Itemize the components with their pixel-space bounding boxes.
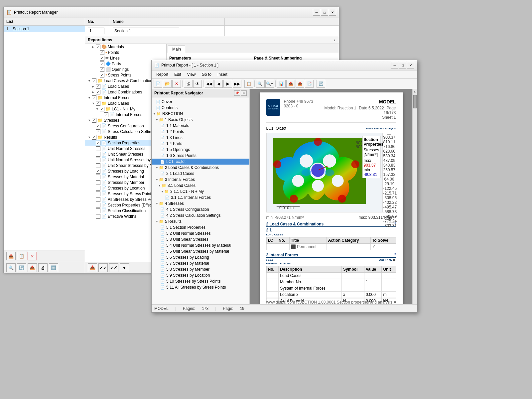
cb-results[interactable] bbox=[92, 135, 96, 140]
nav-lc1-oxtot[interactable]: 📄 LC1: ox,tot bbox=[152, 159, 249, 165]
rt-new-btn[interactable]: 📄 bbox=[154, 80, 162, 88]
nav-41-stress-config[interactable]: 📄 4.1 Stress Configuration bbox=[152, 206, 249, 212]
nav-4-stresses[interactable]: ▼ 📁 4 Stresses bbox=[152, 200, 249, 206]
cb-section-props[interactable] bbox=[96, 141, 100, 145]
nav-59[interactable]: 📄 5.9 Stresses by Location bbox=[152, 272, 249, 278]
add-row-button[interactable]: 📥 bbox=[6, 252, 16, 260]
nav-close-btn[interactable]: ✕ bbox=[241, 90, 247, 96]
rt-open-btn[interactable]: 📂 bbox=[163, 80, 172, 88]
cb-internal-forces[interactable] bbox=[92, 95, 96, 100]
menu-view[interactable]: View bbox=[185, 71, 199, 78]
tab-main[interactable]: Main bbox=[168, 45, 185, 53]
delete-button[interactable]: ✕ bbox=[28, 252, 37, 260]
nav-55[interactable]: 📄 5.5 Unit Shear Stresses by Material bbox=[152, 248, 249, 254]
right-add-button[interactable]: 📥 bbox=[88, 263, 97, 272]
arrow-load-combinations[interactable]: ▶ bbox=[92, 90, 96, 94]
cb-stresses[interactable] bbox=[92, 118, 96, 123]
cb-effective-widths[interactable] bbox=[96, 214, 100, 219]
close-button[interactable]: ✕ bbox=[329, 9, 336, 16]
cb-load-cases-combinations[interactable] bbox=[92, 78, 96, 83]
cb-stresses-stress-pts[interactable] bbox=[96, 192, 100, 196]
arrow-lc1[interactable]: ▼ bbox=[96, 107, 100, 111]
cb-lc1-if[interactable] bbox=[104, 112, 108, 117]
cb-load-cases[interactable] bbox=[96, 84, 100, 89]
report-close-btn[interactable]: ✕ bbox=[407, 62, 414, 68]
cb-stress-calc[interactable] bbox=[96, 129, 100, 134]
print-button[interactable]: 🖨 bbox=[38, 263, 48, 272]
report-minimize-btn[interactable]: ─ bbox=[391, 62, 398, 68]
rt-export1-btn[interactable]: 📊 bbox=[277, 80, 286, 88]
nav-2-load-cases[interactable]: ▼ 📁 2 Load Cases & Combinations bbox=[152, 165, 249, 171]
maximize-button[interactable]: □ bbox=[321, 9, 328, 16]
nav-511[interactable]: 📄 5.11 All Stresses by Stress Points bbox=[152, 284, 249, 290]
nav-15-openings[interactable]: 📄 1.5 Openings bbox=[152, 147, 249, 153]
rt-last-btn[interactable]: ▶▶ bbox=[233, 80, 241, 88]
arrow-load-cases-combinations[interactable]: ▼ bbox=[88, 79, 92, 82]
cb-section-props-eff[interactable] bbox=[96, 203, 100, 207]
rt-export2-btn[interactable]: 📤 bbox=[286, 80, 295, 88]
cb-parts[interactable] bbox=[100, 62, 104, 66]
arrow-materials[interactable]: ▶ bbox=[92, 45, 96, 49]
right-check-button[interactable]: ✔✔ bbox=[98, 263, 108, 272]
abc-button[interactable]: 🔤 bbox=[49, 263, 58, 272]
nav-5-results[interactable]: ▼ 📁 5 Results bbox=[152, 218, 249, 224]
cb-lc1[interactable] bbox=[100, 107, 104, 111]
cb-load-combinations[interactable] bbox=[96, 90, 100, 94]
export-button[interactable]: 📤 bbox=[28, 263, 37, 272]
report-scrollbar[interactable]: ▲ ▼ bbox=[412, 89, 417, 311]
nav-311-lc1[interactable]: ▼ 📁 3.1.1 LC1 - N + My bbox=[152, 189, 249, 195]
no-input[interactable] bbox=[88, 28, 104, 34]
rt-export4-btn[interactable]: 📑 bbox=[305, 80, 314, 88]
nav-16-stress-pts[interactable]: 📄 1.6 Stress Points bbox=[152, 153, 249, 159]
cb-unit-normal-by[interactable] bbox=[96, 158, 100, 162]
report-maximize-btn[interactable]: □ bbox=[399, 62, 406, 68]
cb-stress-config[interactable] bbox=[96, 124, 100, 128]
rt-print-prev-btn[interactable]: 👁 bbox=[193, 80, 202, 88]
nav-3111-if[interactable]: 📄 3.1.1.1 Internal Forces bbox=[152, 195, 249, 200]
menu-goto[interactable]: Go to bbox=[199, 71, 214, 78]
rt-refresh-btn[interactable]: 🔄 bbox=[317, 80, 325, 88]
nav-58[interactable]: 📄 5.8 Stresses by Member bbox=[152, 266, 249, 272]
nav-13-lines[interactable]: 📄 1.3 Lines bbox=[152, 135, 249, 141]
name-input[interactable] bbox=[113, 28, 179, 34]
nav-56[interactable]: 📄 5.6 Stresses by Loading bbox=[152, 254, 249, 260]
minimize-button[interactable]: ─ bbox=[313, 9, 320, 16]
rt-copy-btn[interactable]: 📋 bbox=[244, 80, 253, 88]
search-button[interactable]: 🔍 bbox=[6, 263, 16, 272]
cb-stresses-member[interactable] bbox=[96, 180, 100, 185]
duplicate-button[interactable]: 📋 bbox=[17, 252, 26, 260]
cb-unit-shear-by[interactable] bbox=[96, 163, 100, 168]
rt-close-btn[interactable]: ✕ bbox=[172, 80, 181, 88]
cb-lines[interactable] bbox=[100, 56, 104, 61]
nav-contents[interactable]: 📄 Contents bbox=[152, 105, 249, 111]
refresh-button[interactable]: 🔄 bbox=[17, 263, 26, 272]
nav-53-unit-shear[interactable]: 📄 5.3 Unit Shear Stresses bbox=[152, 236, 249, 242]
nav-12-points[interactable]: 📄 1.2 Points bbox=[152, 129, 249, 135]
scroll-up-arrow[interactable]: ▲ bbox=[413, 89, 417, 94]
arrow-internal-forces[interactable]: ▼ bbox=[88, 96, 92, 99]
cb-stress-points[interactable] bbox=[100, 73, 104, 77]
nav-11-materials[interactable]: 📄 1.1 Materials bbox=[152, 123, 249, 129]
nav-510[interactable]: 📄 5.10 Stresses by Stress Points bbox=[152, 278, 249, 284]
nav-21-load-cases[interactable]: 📄 2.1 Load Cases bbox=[152, 171, 249, 177]
tree-item-points[interactable]: • Points bbox=[85, 50, 166, 55]
nav-pin-btn[interactable]: 📌 bbox=[234, 90, 240, 96]
cb-stresses-material[interactable] bbox=[96, 175, 100, 179]
arrow-stresses[interactable]: ▼ bbox=[88, 119, 92, 122]
nav-52-unit-normal[interactable]: 📄 5.2 Unit Normal Stresses bbox=[152, 230, 249, 236]
cb-stresses-loading[interactable] bbox=[96, 169, 100, 174]
nav-51-section-props[interactable]: 📄 5.1 Section Properties bbox=[152, 224, 249, 230]
rt-export3-btn[interactable]: 📤 bbox=[296, 80, 304, 88]
nav-rsection[interactable]: ▼ 📁 RSECTION bbox=[152, 111, 249, 117]
cb-section-classification[interactable] bbox=[96, 208, 100, 213]
arrow-load-cases[interactable]: ▶ bbox=[92, 85, 96, 88]
rt-next-btn[interactable]: ▶ bbox=[223, 80, 232, 88]
cb-unit-shear[interactable] bbox=[96, 152, 100, 157]
menu-insert[interactable]: Insert bbox=[215, 71, 230, 78]
nav-3-internal[interactable]: ▼ 📁 3 Internal Forces bbox=[152, 177, 249, 183]
right-filter-button[interactable]: ▼ bbox=[120, 263, 129, 272]
nav-31-load-cases[interactable]: ▼ 📁 3.1 Load Cases bbox=[152, 183, 249, 189]
nav-57[interactable]: 📄 5.7 Stresses by Material bbox=[152, 260, 249, 266]
nav-14-parts[interactable]: 📄 1.4 Parts bbox=[152, 141, 249, 147]
rt-prev-btn[interactable]: ◀ bbox=[214, 80, 223, 88]
